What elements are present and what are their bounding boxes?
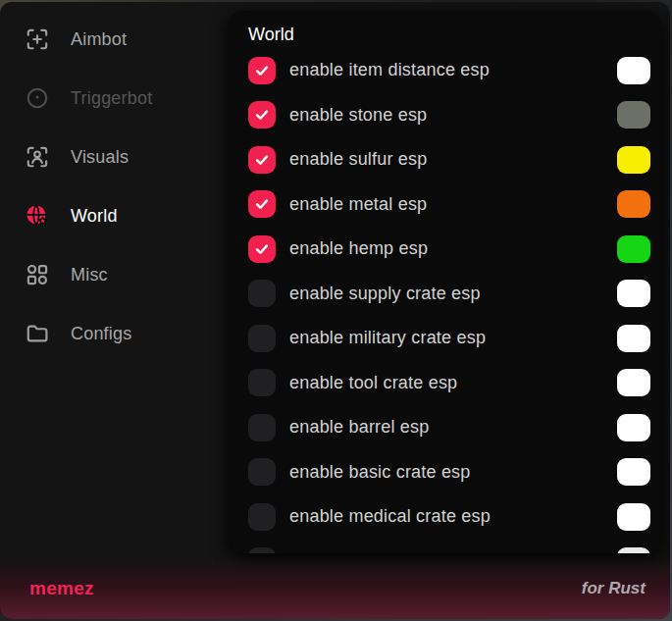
- color-swatch[interactable]: [617, 503, 650, 531]
- sidebar-item-misc[interactable]: Misc: [0, 245, 229, 304]
- checkbox-unchecked[interactable]: [248, 369, 276, 396]
- world-panel: World enable item distance espenable sto…: [229, 11, 660, 553]
- sidebar-item-label: Triggerbot: [71, 88, 152, 109]
- esp-row-label: enable supply crate esp: [289, 284, 617, 304]
- checkbox-unchecked[interactable]: [248, 458, 276, 486]
- sidebar-item-configs[interactable]: Configs: [0, 304, 229, 363]
- color-swatch[interactable]: [617, 458, 650, 486]
- esp-row: [229, 540, 660, 554]
- panel-title: World: [229, 23, 660, 46]
- esp-row: enable tool crate esp: [229, 361, 660, 406]
- esp-row: enable basic crate esp: [229, 450, 660, 495]
- checkbox-unchecked[interactable]: [248, 280, 276, 307]
- color-swatch[interactable]: [617, 325, 650, 352]
- sidebar-item-label: Configs: [71, 324, 131, 344]
- sidebar-item-visuals[interactable]: Visuals: [0, 128, 229, 186]
- sidebar-item-triggerbot[interactable]: Triggerbot: [0, 69, 229, 128]
- sidebar-item-aimbot[interactable]: Aimbot: [0, 10, 229, 69]
- world-globe-icon: [25, 203, 50, 229]
- sidebar-item-label: Visuals: [71, 147, 129, 168]
- esp-row: enable supply crate esp: [229, 272, 660, 317]
- color-swatch[interactable]: [617, 547, 650, 553]
- misc-shapes-icon: [25, 262, 50, 287]
- cheat-window: AimbotTriggerbotVisualsWorldMiscConfigs …: [0, 2, 670, 619]
- color-swatch[interactable]: [617, 101, 650, 129]
- checkmark-icon: [253, 195, 271, 213]
- esp-row-label: enable basic crate esp: [289, 462, 617, 483]
- sidebar-item-world[interactable]: World: [0, 186, 229, 245]
- esp-row: enable item distance esp: [229, 48, 660, 93]
- esp-row-label: enable barrel esp: [289, 417, 617, 438]
- color-swatch[interactable]: [617, 57, 650, 84]
- color-swatch[interactable]: [617, 414, 650, 441]
- esp-row-label: enable military crate esp: [289, 328, 617, 348]
- color-swatch[interactable]: [617, 190, 650, 218]
- checkbox-checked[interactable]: [248, 146, 276, 174]
- checkbox-unchecked[interactable]: [248, 414, 276, 441]
- checkbox-unchecked[interactable]: [248, 325, 276, 352]
- checkbox-unchecked[interactable]: [248, 547, 276, 553]
- checkbox-checked[interactable]: [248, 57, 276, 84]
- misc-shapes-icon: [25, 262, 50, 287]
- esp-row-label: enable stone esp: [289, 105, 617, 126]
- visuals-icon: [25, 144, 50, 170]
- esp-row: enable sulfur esp: [229, 137, 660, 182]
- color-swatch[interactable]: [617, 235, 650, 263]
- checkbox-unchecked[interactable]: [248, 503, 276, 531]
- aimbot-icon: [25, 26, 50, 52]
- esp-row-label: enable item distance esp: [289, 60, 617, 80]
- esp-row: enable barrel esp: [229, 405, 660, 450]
- checkmark-icon: [253, 62, 271, 79]
- aimbot-icon: [25, 26, 50, 52]
- configs-folder-icon: [25, 321, 50, 346]
- esp-row-label: enable hemp esp: [289, 238, 617, 259]
- configs-folder-icon: [25, 321, 50, 346]
- esp-row: enable stone esp: [229, 93, 660, 138]
- checkmark-icon: [253, 240, 271, 258]
- sidebar-item-label: World: [71, 206, 118, 227]
- sidebar-item-label: Aimbot: [71, 29, 127, 50]
- color-swatch[interactable]: [617, 146, 650, 174]
- triggerbot-icon: [25, 85, 50, 111]
- checkbox-checked[interactable]: [248, 235, 276, 263]
- esp-row-label: enable medical crate esp: [289, 506, 617, 527]
- checkmark-icon: [253, 106, 271, 124]
- world-globe-icon: [25, 203, 50, 229]
- esp-row-label: enable sulfur esp: [289, 149, 617, 170]
- brand-tagline: for Rust: [582, 579, 646, 598]
- esp-settings-list: enable item distance espenable stone esp…: [229, 48, 660, 553]
- checkmark-icon: [253, 151, 271, 169]
- esp-row: enable hemp esp: [229, 227, 660, 272]
- footer-bar: memez for Rust: [0, 558, 670, 619]
- esp-row-label: enable tool crate esp: [289, 373, 617, 393]
- color-swatch[interactable]: [617, 369, 650, 396]
- sidebar: AimbotTriggerbotVisualsWorldMiscConfigs: [0, 2, 229, 619]
- triggerbot-icon: [25, 85, 50, 111]
- esp-row-label: enable metal esp: [289, 194, 617, 215]
- esp-row: enable military crate esp: [229, 316, 660, 361]
- brand-logo: memez: [29, 578, 94, 599]
- esp-row: enable medical crate esp: [229, 494, 660, 540]
- checkbox-checked[interactable]: [248, 190, 276, 218]
- checkbox-checked[interactable]: [248, 101, 276, 129]
- esp-row: enable metal esp: [229, 182, 660, 228]
- visuals-icon: [25, 144, 50, 170]
- color-swatch[interactable]: [617, 280, 650, 307]
- sidebar-item-label: Misc: [71, 265, 108, 285]
